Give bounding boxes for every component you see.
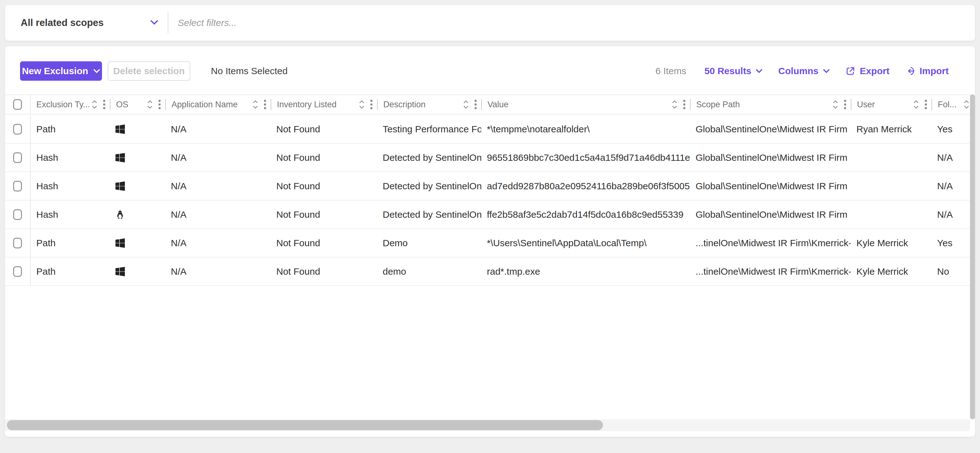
- cell-folder: No: [932, 257, 969, 285]
- delete-selection-button[interactable]: Delete selection: [108, 61, 190, 81]
- cell-user: Kyle Merrick: [851, 257, 932, 285]
- row-checkbox[interactable]: [13, 238, 22, 248]
- import-button[interactable]: Import: [905, 66, 949, 76]
- column-menu[interactable]: [103, 99, 105, 110]
- column-menu[interactable]: [474, 99, 477, 110]
- windows-icon: [115, 267, 125, 276]
- column-menu[interactable]: [924, 99, 927, 110]
- cell-inventory-listed: Not Found: [270, 115, 377, 143]
- table-row[interactable]: Path N/ANot Founddemorad*.tmp.exe...tine…: [5, 257, 970, 286]
- table-row[interactable]: Path N/ANot FoundDemo*\Users\Sentinel\Ap…: [5, 229, 970, 257]
- sort-control[interactable]: [359, 100, 364, 110]
- cell-os: [110, 115, 165, 143]
- row-checkbox[interactable]: [13, 153, 22, 163]
- new-exclusion-label: New Exclusion: [22, 66, 88, 76]
- column-header-label: Inventory Listed: [271, 100, 337, 110]
- table-toolbar: New Exclusion Delete selection No Items …: [5, 61, 975, 81]
- column-menu-icon[interactable]: [683, 99, 686, 110]
- sort-icon[interactable]: [913, 100, 919, 110]
- filters-input[interactable]: [168, 5, 975, 41]
- cell-os: [110, 172, 165, 200]
- column-menu[interactable]: [264, 99, 266, 110]
- sort-control[interactable]: [913, 100, 919, 110]
- cell-user: Ryan Merrick: [851, 115, 932, 143]
- header-col-user: User: [851, 95, 932, 114]
- sort-icon[interactable]: [92, 100, 97, 110]
- horizontal-scrollbar[interactable]: [5, 419, 970, 431]
- select-all-checkbox[interactable]: [13, 99, 22, 110]
- column-menu[interactable]: [158, 99, 161, 110]
- cell-folder: N/A: [932, 172, 969, 200]
- column-menu-icon[interactable]: [474, 99, 477, 110]
- row-checkbox-cell: [5, 172, 31, 200]
- column-menu-icon[interactable]: [370, 99, 373, 110]
- cell-os: [110, 200, 165, 228]
- sort-icon[interactable]: [359, 100, 364, 110]
- sort-control[interactable]: [147, 100, 153, 110]
- vertical-scrollbar-thumb[interactable]: [970, 94, 975, 419]
- results-per-page-label: 50 Results: [704, 66, 751, 76]
- column-menu-icon[interactable]: [264, 99, 266, 110]
- windows-icon: [115, 124, 125, 134]
- export-label: Export: [860, 66, 889, 76]
- column-menu[interactable]: [683, 99, 686, 110]
- column-header-label: Value: [482, 100, 509, 110]
- sort-control[interactable]: [964, 100, 969, 110]
- export-button[interactable]: Export: [845, 66, 889, 76]
- vertical-scrollbar[interactable]: [970, 94, 975, 419]
- row-checkbox[interactable]: [13, 124, 22, 135]
- cell-value: ad7edd9287b80a2e09524116ba289be06f3f5005: [481, 172, 690, 200]
- row-checkbox-cell: [5, 257, 31, 285]
- sort-icon[interactable]: [672, 100, 678, 110]
- sort-icon[interactable]: [964, 100, 969, 110]
- row-checkbox-cell: [5, 200, 31, 228]
- cell-scope-path: ...tinelOne\Midwest IR Firm\Kmerrick-Hal…: [690, 257, 851, 285]
- scope-selector[interactable]: All related scopes: [5, 17, 168, 29]
- cell-description: Detected by SentinelOne ...: [377, 200, 481, 228]
- chevron-down-icon: [150, 20, 158, 26]
- column-menu[interactable]: [370, 99, 373, 110]
- sort-control[interactable]: [253, 100, 258, 110]
- row-checkbox[interactable]: [13, 266, 22, 277]
- table-row[interactable]: Hash N/ANot FoundDetected by SentinelOne…: [5, 200, 970, 229]
- selection-status: No Items Selected: [211, 66, 288, 76]
- cell-user: [851, 200, 932, 228]
- sort-icon[interactable]: [463, 100, 469, 110]
- linux-icon: [115, 210, 125, 219]
- cell-inventory-listed: Not Found: [270, 200, 377, 228]
- windows-icon: [115, 238, 125, 248]
- horizontal-scrollbar-thumb[interactable]: [7, 420, 603, 430]
- header-checkbox-cell: [5, 95, 31, 114]
- column-menu[interactable]: [844, 99, 846, 110]
- results-per-page-dropdown[interactable]: 50 Results: [704, 66, 762, 76]
- columns-dropdown[interactable]: Columns: [778, 66, 829, 76]
- sort-control[interactable]: [833, 100, 838, 110]
- cell-folder: Yes: [932, 115, 969, 143]
- cell-value: 96551869bbc7c30ed1c5a4a15f9d71a46db4111e: [481, 144, 690, 172]
- row-checkbox[interactable]: [13, 181, 22, 191]
- items-count: 6 Items: [655, 66, 686, 76]
- windows-icon: [115, 153, 125, 162]
- columns-label: Columns: [778, 66, 818, 76]
- sort-icon[interactable]: [833, 100, 838, 110]
- cell-inventory-listed: Not Found: [270, 144, 377, 172]
- cell-folder: N/A: [932, 144, 969, 172]
- column-menu-icon[interactable]: [924, 99, 927, 110]
- column-menu-icon[interactable]: [844, 99, 846, 110]
- exclusions-panel: New Exclusion Delete selection No Items …: [5, 46, 975, 437]
- new-exclusion-button[interactable]: New Exclusion: [20, 61, 102, 81]
- sort-icon[interactable]: [253, 100, 258, 110]
- cell-scope-path: Global\SentinelOne\Midwest IR Firm: [690, 115, 851, 143]
- cell-os: [110, 257, 165, 285]
- table-row[interactable]: Hash N/ANot FoundDetected by SentinelOne…: [5, 172, 970, 200]
- table-row[interactable]: Hash N/ANot FoundDetected by SentinelOne…: [5, 144, 970, 172]
- sort-control[interactable]: [463, 100, 469, 110]
- row-checkbox[interactable]: [13, 209, 22, 220]
- column-menu-icon[interactable]: [158, 99, 161, 110]
- table-row[interactable]: Path N/ANot FoundTesting Performance Foc…: [5, 115, 970, 144]
- sort-icon[interactable]: [147, 100, 153, 110]
- sort-control[interactable]: [672, 100, 678, 110]
- column-menu-icon[interactable]: [103, 99, 105, 110]
- sort-control[interactable]: [92, 100, 97, 110]
- cell-description: Demo: [377, 229, 481, 257]
